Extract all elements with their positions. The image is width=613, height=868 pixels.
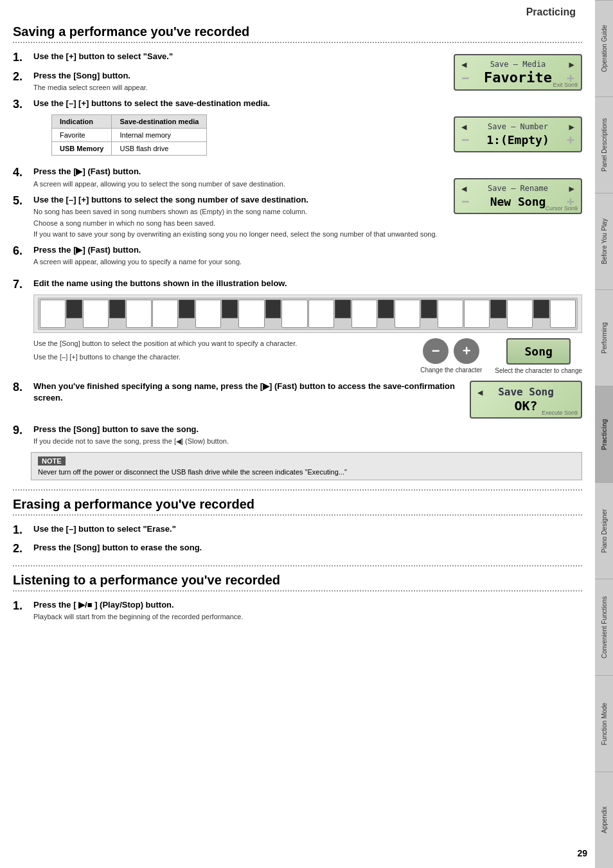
change-char-illus: − + Change the character bbox=[420, 338, 482, 374]
step-5-number: 5. bbox=[13, 194, 31, 208]
note-label: NOTE bbox=[38, 457, 66, 466]
erase-step-2-title: Press the [Song] button to erase the son… bbox=[33, 542, 582, 554]
piano-key-black bbox=[335, 300, 351, 318]
piano-key-white bbox=[83, 300, 109, 328]
screen-save-number-plus: + bbox=[567, 132, 574, 147]
step7-instructions: Use the [Song] button to select the posi… bbox=[33, 338, 582, 374]
tab-practicing[interactable]: Practicing bbox=[595, 386, 613, 482]
step-6-number: 6. bbox=[13, 244, 31, 258]
screen-save-rename-value: New Song bbox=[490, 195, 546, 208]
screen-save-number-value: 1:(Empty) bbox=[486, 133, 549, 147]
select-char-label: Select the character to change bbox=[495, 367, 582, 374]
step-6-detail: A screen will appear, allowing you to sp… bbox=[33, 257, 444, 267]
step-5-detail-2: Choose a song number in which no song ha… bbox=[33, 219, 444, 228]
piano-key-black bbox=[66, 300, 82, 318]
screen-save-number-left-arrow: ◀ bbox=[461, 122, 466, 132]
step-9: 9. Press the [Song] button to save the s… bbox=[13, 424, 582, 447]
tab-function-mode[interactable]: Function Mode bbox=[595, 675, 613, 772]
saving-section: Saving a performance you've recorded 1. … bbox=[13, 24, 582, 480]
step-1-number: 1. bbox=[13, 51, 31, 65]
screen-save-media-value: Favorite bbox=[484, 69, 552, 86]
screen-save-rename-title: Save – Rename bbox=[488, 184, 548, 193]
section-divider-listening bbox=[13, 565, 582, 566]
minus-button[interactable]: − bbox=[423, 338, 449, 364]
tab-appendix[interactable]: Appendix bbox=[595, 772, 613, 868]
screen-save-song-title: Save Song bbox=[498, 386, 554, 398]
tab-before-you-play[interactable]: Before You Play bbox=[595, 193, 613, 289]
piano-key-white bbox=[438, 300, 463, 328]
piano-key-black bbox=[265, 300, 281, 318]
plus-button[interactable]: + bbox=[454, 338, 479, 364]
step-6-content: Press the [▶] (Fast) button. A screen wi… bbox=[33, 244, 444, 267]
tab-operation-guide[interactable]: Operation Guide bbox=[595, 0, 613, 96]
tab-piano-designer[interactable]: Piano Designer bbox=[595, 482, 613, 579]
erase-step-1: 1. Use the [–] button to select "Erase." bbox=[13, 523, 582, 538]
erasing-section: Erasing a performance you've recorded 1.… bbox=[13, 497, 582, 556]
screen-save-media-title-row: ◀ Save – Media ▶ bbox=[461, 59, 574, 69]
step-8-number: 8. bbox=[13, 381, 31, 395]
saving-steps-area: 1. Use the [+] button to select "Save." … bbox=[13, 51, 454, 273]
screen-save-rename-sublabel: Cursor Son9 bbox=[545, 205, 578, 212]
erase-step-1-content: Use the [–] button to select "Erase." bbox=[33, 523, 582, 535]
step-6: 6. Press the [▶] (Fast) button. A screen… bbox=[13, 244, 444, 267]
piano-key-black bbox=[421, 300, 437, 318]
step-8-content: When you've finished specifying a song n… bbox=[33, 381, 457, 404]
screen-save-song-sublabel: Execute Son9 bbox=[542, 410, 578, 416]
note-box: NOTE Never turn off the power or disconn… bbox=[31, 452, 582, 480]
piano-key-white bbox=[464, 300, 490, 328]
step-7: 7. Edit the name using the buttons shown… bbox=[13, 278, 582, 374]
piano-key-white bbox=[238, 300, 264, 328]
listening-section: Listening to a performance you've record… bbox=[13, 573, 582, 622]
step-5-detail-3: If you want to save your song by overwri… bbox=[33, 230, 444, 239]
step-2-detail: The media select screen will appear. bbox=[33, 83, 444, 93]
step-4: 4. Press the [▶] (Fast) button. A screen… bbox=[13, 166, 444, 189]
step-9-detail: If you decide not to save the song, pres… bbox=[33, 437, 582, 446]
piano-key-black bbox=[179, 300, 195, 318]
tab-performing[interactable]: Performing bbox=[595, 289, 613, 386]
piano-key-black bbox=[533, 300, 549, 318]
listen-step-1: 1. Press the [ ▶/■ ] (Play/Stop) button.… bbox=[13, 599, 582, 622]
save-destination-table: Indication Save-destination media Favori… bbox=[51, 114, 207, 156]
screen-save-rename-group: ◀ Save – Rename ▶ − New Song + Cursor So… bbox=[454, 178, 582, 214]
step-3-title: Use the [–] [+] buttons to select the sa… bbox=[33, 98, 444, 109]
table-header-media: Save-destination media bbox=[112, 115, 207, 129]
change-char-label: Change the character bbox=[420, 366, 482, 374]
screen-save-song-left-arrow: ◀ bbox=[477, 387, 483, 397]
step-9-title: Press the [Song] button to save the song… bbox=[33, 424, 582, 435]
step-2: 2. Press the [Song] button. The media se… bbox=[13, 70, 444, 93]
tab-panel-descriptions[interactable]: Panel Descriptions bbox=[595, 96, 613, 193]
screen-save-media-minus: − bbox=[461, 70, 469, 86]
erasing-title: Erasing a performance you've recorded bbox=[13, 497, 582, 516]
piano-keys bbox=[40, 300, 576, 328]
listening-title: Listening to a performance you've record… bbox=[13, 573, 582, 592]
section-divider-erasing bbox=[13, 489, 582, 491]
instruction-song-button: Use the [Song] button to select the posi… bbox=[33, 338, 407, 349]
piano-key-black bbox=[490, 300, 506, 318]
piano-key-white bbox=[507, 300, 533, 328]
saving-title: Saving a performance you've recorded bbox=[13, 24, 582, 43]
screen-save-rename-left-arrow: ◀ bbox=[461, 183, 466, 194]
piano-key-white bbox=[351, 300, 377, 328]
screen-save-media-right-arrow: ▶ bbox=[569, 59, 574, 69]
piano-key-black bbox=[222, 300, 238, 318]
piano-key-white bbox=[395, 300, 420, 328]
step-1-title: Use the [+] button to select "Save." bbox=[33, 51, 444, 62]
song-name-display: Song bbox=[506, 338, 571, 365]
screen-save-number-right-arrow: ▶ bbox=[569, 122, 574, 132]
table-cell-favorite-label: Favorite bbox=[52, 129, 112, 142]
screen-save-rename-right-arrow: ▶ bbox=[569, 183, 574, 194]
screen-save-number: ◀ Save – Number ▶ − 1:(Empty) + bbox=[454, 116, 582, 152]
keyboard-illustration-area bbox=[33, 294, 582, 333]
step-4-number: 4. bbox=[13, 166, 31, 180]
piano-key-white bbox=[281, 300, 307, 328]
erase-step-2: 2. Press the [Song] button to erase the … bbox=[13, 542, 582, 556]
step-3-number: 3. bbox=[13, 98, 31, 112]
step8-with-screen: 8. When you've finished specifying a son… bbox=[13, 381, 582, 419]
erase-step-2-content: Press the [Song] button to erase the son… bbox=[33, 542, 582, 554]
tab-convenient-functions[interactable]: Convenient Functions bbox=[595, 579, 613, 675]
piano-key-white bbox=[40, 300, 66, 328]
step-5-content: Use the [–] [+] buttons to select the so… bbox=[33, 194, 444, 239]
screen-save-media-left-arrow: ◀ bbox=[461, 59, 466, 69]
listen-step-1-number: 1. bbox=[13, 599, 31, 613]
step-4-title: Press the [▶] (Fast) button. bbox=[33, 166, 444, 177]
